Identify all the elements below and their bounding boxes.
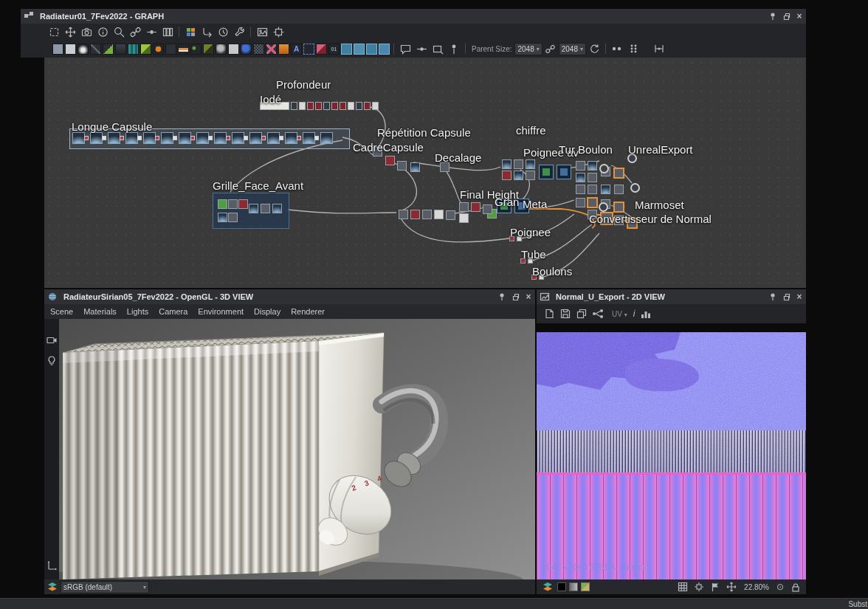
output-node[interactable] [599,164,609,173]
gradient-map-node-icon[interactable] [128,44,139,55]
graph-node-selected[interactable] [601,213,613,224]
output-node[interactable] [630,183,640,193]
background-color-swatch[interactable] [557,582,566,591]
dirt-node-icon[interactable] [203,44,214,55]
node-icon[interactable] [144,25,159,38]
tiling-icon[interactable] [692,580,706,593]
2d-view-image[interactable]: 2048 x 2048 (RGBA, 16bpc) [537,332,806,579]
graph-node[interactable] [320,132,333,144]
layers-icon[interactable] [45,580,60,593]
colorspace-dropdown[interactable]: sRGB (default)▾ [61,581,149,593]
menu-renderer[interactable]: Renderer [291,307,325,316]
graph-node[interactable] [539,275,544,280]
graph-node[interactable] [228,213,238,222]
graph-node[interactable] [72,132,85,144]
graph-node[interactable] [434,210,444,219]
graph-node[interactable] [483,204,492,214]
graph-node[interactable] [228,199,238,209]
menu-scene[interactable]: Scene [50,307,73,316]
float-icon[interactable] [779,291,793,303]
graph-node[interactable] [601,185,610,194]
image-info-icon[interactable]: i [633,309,636,319]
graph-node-framed[interactable] [497,199,512,213]
graph-node[interactable] [410,162,420,172]
graph-node[interactable] [422,210,432,219]
zoom-level[interactable]: 22.80% [744,583,769,591]
graph-node[interactable] [528,258,533,264]
graph-node[interactable] [285,132,297,144]
graph-node[interactable] [272,204,282,213]
graph-node[interactable] [614,185,624,194]
histogram-icon[interactable] [638,307,653,320]
export-node-icon[interactable] [590,307,605,320]
graph-node[interactable] [410,210,420,219]
graph-node-framed[interactable] [539,165,554,179]
graph-node[interactable] [471,202,480,212]
graph-canvas[interactable]: Profondeur Iodé Longue Capsule Répétitio… [44,58,806,288]
blend-node-icon[interactable] [65,44,76,55]
new-document-icon[interactable] [542,307,557,320]
snap-align-icon[interactable] [652,42,666,55]
graph-node[interactable] [303,132,315,144]
slope-blur-node-icon[interactable] [103,44,114,55]
3d-viewport[interactable]: 2 3 4 [59,319,535,579]
axes-icon[interactable] [44,559,59,572]
graph-node[interactable] [218,213,227,222]
close-icon[interactable]: × [793,291,806,303]
iode-node-strip[interactable] [260,102,380,110]
graph-node[interactable] [299,102,306,110]
graph-node-selected[interactable] [627,219,637,228]
lock-icon[interactable] [788,580,802,593]
center-view-icon[interactable]: ⊙ [774,581,787,593]
menu-display[interactable]: Display [254,307,280,316]
uniform-color-node-icon[interactable] [52,44,63,55]
graph-node[interactable] [509,236,514,241]
graph-node[interactable] [291,102,297,110]
marquee-select-icon[interactable] [46,25,61,38]
pin-node-icon[interactable] [447,42,461,55]
value-node-icon[interactable] [328,44,340,55]
timer-icon[interactable] [216,25,230,38]
lightbulb-icon[interactable] [44,354,59,368]
graph-node[interactable] [440,162,450,172]
graph-node[interactable] [531,275,537,280]
graph-node[interactable] [267,132,280,144]
fx-quad-node-icon[interactable] [379,44,390,55]
longue-capsule-node-chain[interactable] [72,132,338,144]
image-thumb-swatch[interactable] [581,582,590,591]
graph-node[interactable] [214,132,227,144]
graph-node[interactable] [90,132,103,144]
graph-node[interactable] [526,171,535,180]
output-node[interactable] [627,154,637,163]
camera-icon[interactable] [44,334,59,347]
menu-materials[interactable]: Materials [83,307,117,316]
graph-node[interactable] [576,198,585,207]
output-size-dropdown[interactable]: 2048▾ [559,43,586,55]
graph-node[interactable] [340,102,346,110]
frame-grid-icon[interactable] [271,25,286,38]
save-icon[interactable] [558,307,573,320]
grid-icon[interactable] [675,580,690,593]
graph-node[interactable] [372,102,379,110]
output-node[interactable] [599,202,608,212]
graph-node[interactable] [520,258,526,264]
copy-icon[interactable] [574,307,589,320]
graph-node[interactable] [517,236,522,241]
graph-node[interactable] [459,213,469,223]
comment-icon[interactable] [398,42,413,55]
svg-node-icon[interactable] [303,44,314,55]
graph-node[interactable] [232,132,244,144]
menu-lights[interactable]: Lights [127,307,148,316]
graph-node[interactable] [514,171,523,180]
graph-node[interactable] [502,159,512,169]
graph-node[interactable] [588,185,597,194]
graph-node[interactable] [261,204,270,213]
graph-node-selected[interactable] [588,198,597,207]
sphere-gray-node-icon[interactable] [216,44,227,55]
parent-size-dropdown[interactable]: 2048▾ [514,43,542,55]
grunge-node-icon[interactable] [190,44,202,55]
gray-swatch[interactable] [569,582,578,591]
size-link-icon[interactable] [543,42,558,55]
curve-node-icon[interactable] [90,44,101,55]
graph-node[interactable] [502,171,512,180]
